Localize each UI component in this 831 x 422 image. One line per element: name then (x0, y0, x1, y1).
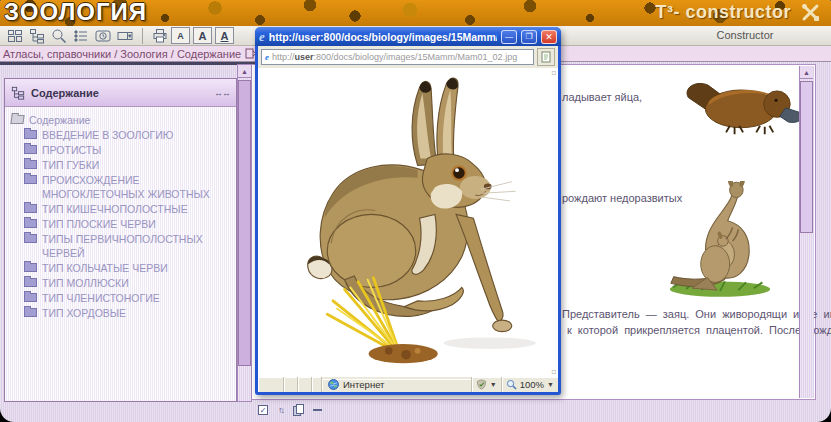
tree-item[interactable]: ПРОТИСТЫ (24, 143, 232, 157)
content-text-fragment: Представитель — заяц. Они живородящи и н… (562, 308, 831, 320)
content-text-fragment: ладывает яйца, (562, 91, 642, 103)
security-zone: Интернет (322, 379, 471, 390)
tree-item[interactable]: ТИП ХОРДОВЫЕ (24, 306, 232, 320)
scroll-up-icon[interactable]: ▲ (800, 66, 813, 79)
close-button[interactable]: ✕ (541, 30, 557, 44)
platypus-image[interactable] (681, 73, 807, 139)
folder-icon (24, 219, 37, 228)
folder-icon (24, 278, 37, 287)
tree-item[interactable]: ТИП МОЛЛЮСКИ (24, 276, 232, 290)
folder-icon (24, 234, 37, 243)
running-hare-image (272, 74, 544, 372)
tree-item[interactable]: ТИПЫ ПЕРВИЧНОПОЛОСТНЫХ ЧЕРВЕЙ (24, 232, 232, 260)
tree-root[interactable]: Содержание (11, 113, 232, 127)
folder-icon (24, 160, 37, 169)
contents-sidebar: Содержание ↔↔ Содержание ВВЕДЕНИЕ В ЗООЛ… (4, 78, 237, 402)
panel-footer-icons: ✓ ↑↓ (258, 404, 322, 416)
globe-icon (328, 379, 339, 390)
tree-icon[interactable] (26, 27, 48, 45)
folder-icon (24, 175, 37, 184)
content-scrollbar[interactable]: ▲ (799, 66, 814, 398)
copy-icon[interactable] (293, 404, 303, 416)
app-title: ЗООЛОГИЯ (4, 0, 147, 26)
sidebar-scrollbar[interactable]: ▲ (237, 64, 252, 402)
dropdown-icon[interactable] (114, 27, 136, 45)
image-popup-window: e http://user:800/docs/biology/images/15… (255, 27, 561, 395)
status-zone-label: Интернет (343, 379, 384, 390)
scrollbar-thumb[interactable] (800, 81, 813, 233)
popup-titlebar[interactable]: e http://user:800/docs/biology/images/15… (255, 27, 561, 46)
popup-statusbar: Интернет ▼ 100% ▼ (258, 376, 558, 392)
content-text-fragment: к которой прикрепляется плацентой. После… (567, 324, 831, 336)
shield-icon (476, 379, 487, 390)
chevron-down-icon: ▼ (490, 381, 497, 388)
tree-icon (11, 86, 25, 100)
go-button[interactable] (537, 48, 555, 66)
address-input[interactable]: e http://user:800/docs/biology/images/15… (261, 49, 534, 65)
zoom-control[interactable]: 100% ▼ (501, 377, 558, 392)
folder-icon (24, 130, 37, 139)
toolbar-separator (142, 28, 143, 44)
open-folder-icon (10, 115, 24, 124)
font-medium-button[interactable]: A (193, 27, 212, 44)
folder-icon (24, 263, 37, 272)
minus-icon[interactable] (313, 409, 322, 411)
title-banner: ЗООЛОГИЯ T³- constructor (0, 0, 831, 26)
protected-mode-button[interactable]: ▼ (471, 377, 501, 392)
crossed-tools-icon (801, 3, 821, 23)
scroll-corner-icon: ◘ (552, 69, 556, 76)
folder-icon (24, 308, 37, 317)
zoom-magnifier-icon (506, 379, 517, 390)
address-bar: e http://user:800/docs/biology/images/15… (258, 46, 558, 68)
font-small-button[interactable]: A (171, 27, 190, 44)
chevron-down-icon: ▼ (547, 381, 554, 388)
kangaroo-with-joey-image[interactable] (667, 181, 773, 299)
tiles-icon[interactable] (4, 27, 26, 45)
sidebar-title: Содержание (31, 87, 208, 99)
zoom-level: 100% (520, 379, 544, 390)
contents-tree: Содержание ВВЕДЕНИЕ В ЗООЛОГИЮ ПРОТИСТЫ … (5, 113, 236, 320)
checkbox-icon[interactable]: ✓ (258, 405, 268, 415)
folder-icon (24, 293, 37, 302)
font-underline-button[interactable]: A (215, 27, 234, 44)
maximize-button[interactable]: ❐ (521, 30, 537, 44)
content-text-fragment: рождают недоразвитых (562, 192, 682, 204)
tree-item[interactable]: ТИП ГУБКИ (24, 158, 232, 172)
collapse-arrows-icon[interactable]: ↔↔ (214, 88, 230, 98)
folder-icon (24, 145, 37, 154)
ie-icon: e (259, 29, 265, 45)
ie-icon: e (265, 52, 269, 62)
panel-shadow (0, 62, 256, 65)
application-window: ЗООЛОГИЯ T³- constructor (0, 0, 831, 422)
tree-item[interactable]: ПРОИСХОЖДЕНИЕ МНОГОКЛЕТОЧНЫХ ЖИВОТНЫХ (24, 173, 232, 201)
list-icon[interactable] (70, 27, 92, 45)
print-icon[interactable] (149, 27, 171, 45)
popup-title: http://user:800/docs/biology/images/15Ma… (269, 31, 497, 43)
sort-arrows-icon[interactable]: ↑↓ (278, 405, 283, 415)
tree-item[interactable]: ТИП ЧЛЕНИСТОНОГИЕ (24, 291, 232, 305)
popup-content: ◘ ◘ (258, 68, 558, 376)
sidebar-header: Содержание ↔↔ (5, 79, 236, 107)
tree-item[interactable]: ТИП КОЛЬЧАТЫЕ ЧЕРВИ (24, 261, 232, 275)
tree-item[interactable]: ВВЕДЕНИЕ В ЗООЛОГИЮ (24, 128, 232, 142)
tree-item[interactable]: ТИП ПЛОСКИЕ ЧЕРВИ (24, 217, 232, 231)
clock-icon[interactable] (92, 27, 114, 45)
brand-logo: T³- constructor (656, 2, 792, 23)
scroll-corner-icon: ◘ (552, 368, 556, 375)
search-icon[interactable] (48, 27, 70, 45)
constructor-label: Constructor (700, 29, 790, 41)
tree-item[interactable]: ТИП КИШЕЧНОПОЛОСТНЫЕ (24, 202, 232, 216)
scroll-up-icon[interactable]: ▲ (238, 65, 251, 78)
folder-icon (24, 204, 37, 213)
minimize-button[interactable]: — (501, 30, 517, 44)
scrollbar-thumb[interactable] (238, 80, 251, 366)
breadcrumb-path[interactable]: Атласы, справочники / Зоология / Содержа… (3, 48, 241, 60)
